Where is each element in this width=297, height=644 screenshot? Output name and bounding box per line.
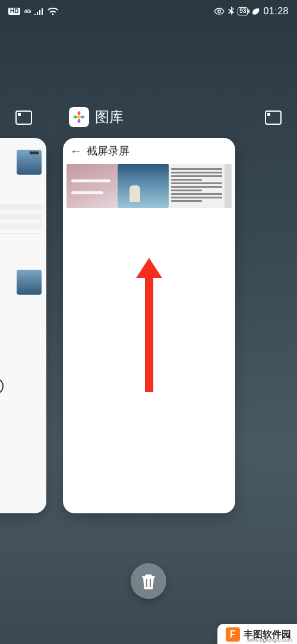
prev-app-window-icon[interactable] [15,111,32,125]
watermark-url: www.dgfengtu.com [247,637,292,643]
card-header-row: 图库 [0,107,297,133]
svg-point-3 [81,116,84,119]
back-icon[interactable]: ← [70,145,82,157]
wifi-icon [48,8,58,15]
trash-icon [141,573,156,589]
screenshot-thumb[interactable] [169,164,225,208]
hd-badge: HD [8,8,20,15]
power-save-icon [251,7,260,15]
status-left: HD 4G [8,8,58,15]
attach-icon[interactable]: + [0,378,4,394]
battery-percent: 93 [239,8,246,14]
screenshot-thumb[interactable] [118,164,169,208]
chat-toolbar: ☺ + [0,378,4,394]
network-type: 4G [24,9,31,14]
status-bar: HD 4G 93 01:28 [0,0,297,23]
swipe-up-arrow-annotation [145,273,153,392]
current-app-header[interactable]: 图库 [69,107,124,127]
app-card-prev[interactable]: ••• ☺ + 位置 文件 [0,138,46,513]
watermark: F 丰图软件园 www.dgfengtu.com [217,624,297,644]
battery-indicator: 93 [238,7,248,15]
svg-point-4 [78,119,81,122]
chat-image-thumb [17,270,42,295]
svg-point-1 [77,115,81,119]
app-card-gallery[interactable]: ← 截屏录屏 [63,138,235,513]
signal-icon [34,8,44,15]
recents-area: 图库 ••• ☺ + 位置 文件 ← [0,107,297,543]
svg-point-2 [78,111,81,115]
clear-all-button[interactable] [131,563,166,599]
status-right: 93 01:28 [214,6,289,17]
thumbnail-row [63,164,235,208]
next-app-window-icon[interactable] [265,111,282,125]
more-icon: ••• [29,146,38,160]
album-title: 截屏录屏 [87,144,129,158]
bluetooth-icon [228,7,234,16]
clock: 01:28 [263,6,289,17]
watermark-logo: F [226,627,240,642]
gallery-icon [69,107,89,127]
eye-comfort-icon [214,8,225,15]
app-title: 图库 [95,108,124,127]
chat-lines-placeholder [0,204,42,234]
svg-point-5 [74,116,77,119]
album-header: ← 截屏录屏 [63,138,235,164]
screenshot-thumb[interactable] [67,164,118,208]
svg-point-0 [218,10,220,12]
screenshot-thumb[interactable] [225,164,232,208]
